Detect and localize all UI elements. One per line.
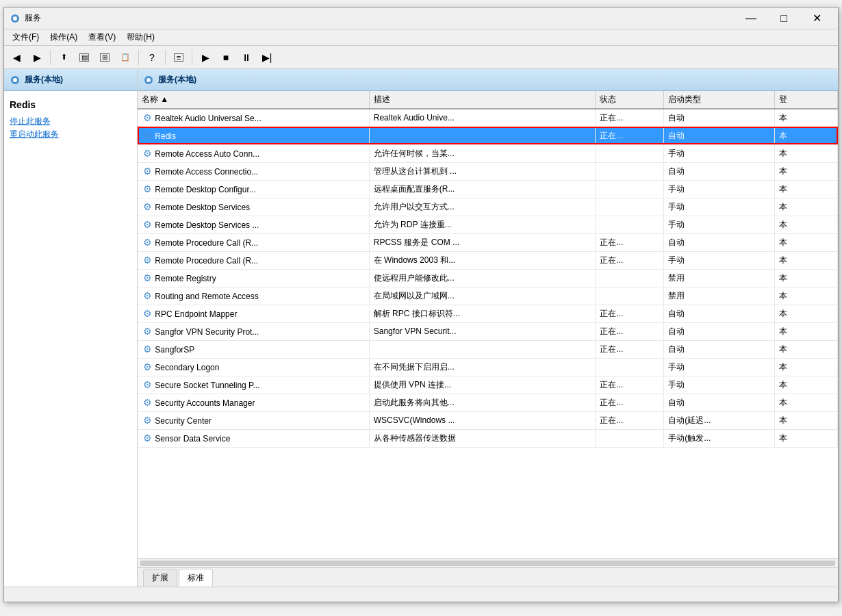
menu-help[interactable]: 帮助(H) xyxy=(121,30,160,44)
bottom-tabs: 扩展 标准 xyxy=(138,567,838,587)
service-name-text: Remote Desktop Services ... xyxy=(153,220,259,230)
table-row[interactable]: Sangfor VPN Security Prot...Sangfor VPN … xyxy=(138,322,838,340)
table-row[interactable]: Remote Access Auto Conn...允许任何时候，当某...手动… xyxy=(138,144,838,162)
toolbar-stop[interactable]: ■ xyxy=(216,49,235,66)
cell-service-status: 正在... xyxy=(596,305,664,322)
cell-service-status: 正在... xyxy=(596,127,664,144)
main-window: 服务 — □ ✕ 文件(F) 操作(A) 查看(V) 帮助(H) ◀ ▶ ⬆ ▤… xyxy=(3,7,839,602)
table-row[interactable]: Security Accounts Manager启动此服务将向其他...正在.… xyxy=(138,394,838,411)
cell-service-status: 正在... xyxy=(596,340,664,358)
col-header-status[interactable]: 状态 xyxy=(596,91,664,109)
toolbar-back[interactable]: ◀ xyxy=(7,49,26,66)
sidebar: 服务(本地) Redis 停止此服务 重启动此服务 xyxy=(4,69,138,587)
toolbar-pause[interactable]: ⏸ xyxy=(237,49,256,66)
cell-service-logon: 本 xyxy=(774,233,837,251)
stop-service-link[interactable]: 停止此服务 xyxy=(10,116,131,127)
col-header-startup[interactable]: 启动类型 xyxy=(664,91,774,109)
service-gear-icon xyxy=(142,255,153,266)
table-row[interactable]: Remote Desktop Configur...远程桌面配置服务(R...手… xyxy=(138,180,838,198)
table-row[interactable]: Remote Registry使远程用户能修改此...禁用本 xyxy=(138,269,838,287)
minimize-button[interactable]: — xyxy=(735,8,767,29)
toolbar-forward[interactable]: ▶ xyxy=(27,49,47,66)
col-header-name[interactable]: 名称 ▲ xyxy=(138,91,369,109)
restart-service-text: 重启动 xyxy=(10,129,34,139)
sidebar-service-name: Redis xyxy=(4,91,137,113)
table-row[interactable]: Security CenterWSCSVC(Windows ...正在...自动… xyxy=(138,411,838,429)
cell-service-name: Security Center xyxy=(138,411,369,429)
cell-service-startup: 自动 xyxy=(664,340,774,358)
table-row[interactable]: Remote Procedure Call (R...RPCSS 服务是 COM… xyxy=(138,233,838,251)
table-row[interactable]: Realtek Audio Universal Se...Realtek Aud… xyxy=(138,109,838,127)
toolbar-up[interactable]: ⬆ xyxy=(54,49,73,66)
cell-service-name: SangforSP xyxy=(138,340,369,358)
table-row[interactable]: Remote Access Connectio...管理从这台计算机到 ...自… xyxy=(138,162,838,180)
stop-service-suffix: 此服务 xyxy=(26,116,51,126)
service-name-text: Secondary Logon xyxy=(153,363,219,372)
cell-service-desc: 在局域网以及广域网... xyxy=(369,287,596,305)
content-area: 服务(本地) Redis 停止此服务 重启动此服务 服务(本地) xyxy=(4,69,838,587)
toolbar-export[interactable]: 📋 xyxy=(116,49,135,66)
table-row[interactable]: Remote Procedure Call (R...在 Windows 200… xyxy=(138,251,838,269)
cell-service-logon: 本 xyxy=(774,429,837,447)
table-row[interactable]: Remote Desktop Services ...允许为 RDP 连接重..… xyxy=(138,216,838,233)
service-name-text: Realtek Audio Universal Se... xyxy=(153,114,261,123)
toolbar-show-hide-scope[interactable]: ⊞ xyxy=(95,49,114,66)
cell-service-name: Secondary Logon xyxy=(138,358,369,376)
cell-service-status: 正在... xyxy=(596,233,664,251)
table-row[interactable]: RPC Endpoint Mapper解析 RPC 接口标识符...正在...自… xyxy=(138,305,838,322)
cell-service-desc: RPCSS 服务是 COM ... xyxy=(369,233,596,251)
horizontal-scrollbar[interactable] xyxy=(138,558,838,567)
service-name-text: RPC Endpoint Mapper xyxy=(153,309,237,319)
cell-service-name: Remote Procedure Call (R... xyxy=(138,233,369,251)
cell-service-logon: 本 xyxy=(774,269,837,287)
toolbar-sep3 xyxy=(165,50,166,65)
sidebar-actions: 停止此服务 重启动此服务 xyxy=(4,113,137,143)
table-row[interactable]: Sensor Data Service从各种传感器传送数据手动(触发...本 xyxy=(138,429,838,447)
table-row[interactable]: Routing and Remote Access在局域网以及广域网...禁用本 xyxy=(138,287,838,305)
toolbar-show-hide-tree[interactable]: ▤ xyxy=(75,49,94,66)
service-gear-icon xyxy=(142,379,153,390)
cell-service-startup: 自动(延迟... xyxy=(664,411,774,429)
service-gear-icon xyxy=(142,361,153,372)
table-container: 名称 ▲ 描述 状态 启动类型 登 Realtek Audio Universa… xyxy=(138,91,838,567)
toolbar-play[interactable]: ▶ xyxy=(196,49,215,66)
table-row[interactable]: Remote Desktop Services允许用户以交互方式...手动本 xyxy=(138,198,838,216)
cell-service-logon: 本 xyxy=(774,358,837,376)
table-row[interactable]: Redis正在...自动本 xyxy=(138,127,838,144)
cell-service-name: Remote Desktop Services xyxy=(138,198,369,216)
menu-action[interactable]: 操作(A) xyxy=(44,30,83,44)
restart-service-suffix: 此服务 xyxy=(34,129,59,139)
cell-service-startup: 手动(触发... xyxy=(664,429,774,447)
cell-service-startup: 手动 xyxy=(664,180,774,198)
maximize-button[interactable]: □ xyxy=(768,8,800,29)
col-header-logon[interactable]: 登 xyxy=(774,91,837,109)
toolbar-properties[interactable]: ≡ xyxy=(169,49,188,66)
cell-service-desc: 解析 RPC 接口标识符... xyxy=(369,305,596,322)
tab-expand[interactable]: 扩展 xyxy=(143,569,177,587)
toolbar-resume[interactable]: ▶| xyxy=(257,49,277,66)
table-row[interactable]: SangforSP正在...自动本 xyxy=(138,340,838,358)
close-button[interactable]: ✕ xyxy=(801,8,832,29)
tab-standard[interactable]: 标准 xyxy=(179,569,213,587)
table-row[interactable]: Secondary Logon在不同凭据下启用启...手动本 xyxy=(138,358,838,376)
toolbar: ◀ ▶ ⬆ ▤ ⊞ 📋 ? ≡ ▶ ■ ⏸ ▶| xyxy=(4,46,838,69)
service-name-text: Routing and Remote Access xyxy=(153,292,259,301)
status-bar xyxy=(4,587,838,602)
toolbar-help[interactable]: ? xyxy=(142,49,162,66)
cell-service-desc: 在不同凭据下启用启... xyxy=(369,358,596,376)
sidebar-header-text: 服务(本地) xyxy=(25,74,63,86)
svg-point-3 xyxy=(13,78,17,82)
cell-service-name: Remote Registry xyxy=(138,269,369,287)
menu-view[interactable]: 查看(V) xyxy=(83,30,121,44)
cell-service-startup: 自动 xyxy=(664,109,774,127)
table-scroll[interactable]: 名称 ▲ 描述 状态 启动类型 登 Realtek Audio Universa… xyxy=(138,91,838,558)
menu-file[interactable]: 文件(F) xyxy=(7,30,44,44)
service-gear-icon xyxy=(142,415,153,426)
col-header-desc[interactable]: 描述 xyxy=(369,91,596,109)
service-gear-icon xyxy=(142,290,153,301)
service-gear-icon xyxy=(142,344,153,355)
cell-service-name: Realtek Audio Universal Se... xyxy=(138,109,369,127)
restart-service-link[interactable]: 重启动此服务 xyxy=(10,129,131,140)
table-row[interactable]: Secure Socket Tunneling P...提供使用 VPN 连接.… xyxy=(138,376,838,394)
cell-service-name: Redis xyxy=(138,127,369,144)
